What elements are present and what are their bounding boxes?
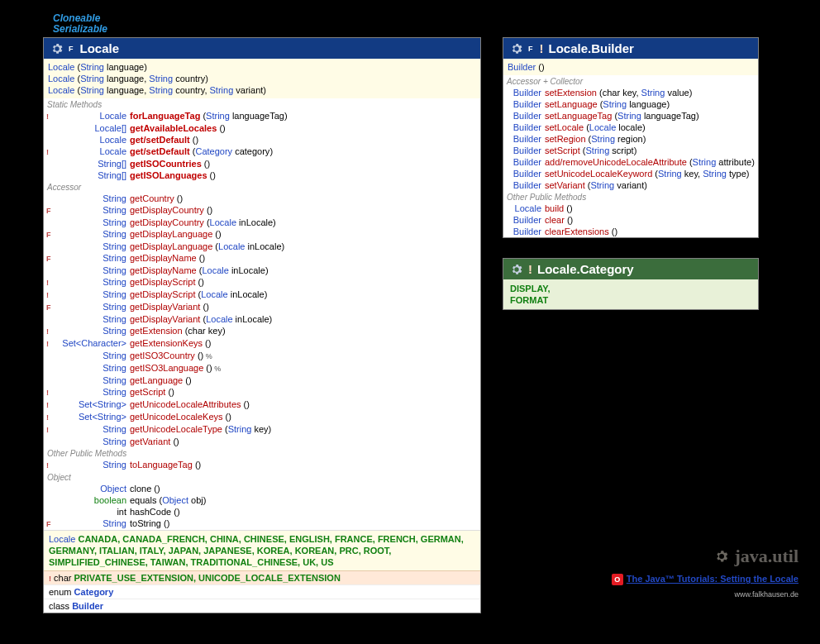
static-methods-title: Static Methods [44, 98, 480, 110]
method-row: Builder setRegion (String region) [503, 133, 758, 145]
builder-class-box: F ! Locale.Builder Builder () Accessor +… [503, 37, 759, 238]
tutorial-link[interactable]: OThe Java™ Tutorials: Setting the Locale [534, 574, 799, 585]
method-row: String getDisplayVariant (Locale inLocal… [44, 313, 480, 325]
builder-header: F ! Locale.Builder [503, 38, 758, 59]
method-row: F String getDisplayVariant () [44, 301, 480, 313]
other-methods-title: Other Public Methods [44, 447, 480, 459]
method-row: Locale build () [503, 203, 758, 214]
method-row: Builder setLanguageTag (String languageT… [503, 110, 758, 122]
method-row: ! String getDisplayScript () [44, 276, 480, 289]
method-row: ! Set<String> getUnicodeLocaleAttributes… [44, 398, 480, 411]
method-row: Builder setExtension (char key, String v… [503, 87, 758, 98]
method-row: String getISO3Language () % [44, 362, 480, 374]
method-row: Builder setUnicodeLocaleKeyword (String … [503, 168, 758, 179]
nested-type: class Builder [44, 599, 480, 613]
object-title: Object [44, 471, 480, 483]
locale-constants-chars: ! char PRIVATE_USE_EXTENSION, UNICODE_LO… [44, 570, 480, 584]
gear-icon [510, 263, 523, 276]
locale-constants: Locale CANADA, CANADA_FRENCH, CHINA, CHI… [44, 530, 480, 570]
builder-other-title: Other Public Methods [503, 191, 758, 203]
copyright: www.falkhausen.de [534, 590, 799, 599]
method-row: Locale[] getAvailableLocales () [44, 122, 480, 134]
constructor-line: Locale (String language) [48, 61, 476, 73]
method-row: Builder clear () [503, 214, 758, 226]
method-row: ! String getDisplayScript (Locale inLoca… [44, 289, 480, 301]
method-row: Builder setLanguage (String language) [503, 98, 758, 110]
method-row: String getDisplayLanguage (Locale inLoca… [44, 241, 480, 252]
method-row: String getVariant () [44, 436, 480, 447]
method-row: ! Set<String> getUnicodeLocaleKeys () [44, 411, 480, 423]
constructor-line: Locale (String language, String country) [48, 73, 476, 84]
method-row: F String getDisplayName () [44, 252, 480, 265]
package-title: java.util [534, 546, 799, 567]
method-row: Object clone () [44, 483, 480, 494]
category-values: DISPLAY,FORMAT [503, 279, 758, 309]
method-row: String getDisplayName (Locale inLocale) [44, 265, 480, 276]
method-row: F String getDisplayLanguage () [44, 228, 480, 241]
method-row: Builder clearExtensions () [503, 226, 758, 237]
method-row: ! String getScript () [44, 386, 480, 398]
method-row: boolean equals (Object obj) [44, 494, 480, 506]
gear-icon [50, 42, 64, 55]
method-row: Builder setScript (String script) [503, 145, 758, 156]
method-row: F String toString () [44, 518, 480, 530]
locale-class-box: F Locale Locale (String language)Locale … [43, 37, 481, 613]
gear-icon [714, 549, 729, 564]
locale-header: F Locale [44, 38, 480, 59]
builder-accessor-title: Accessor + Collector [503, 75, 758, 87]
method-row: String getISO3Country () % [44, 350, 480, 362]
oracle-icon: O [612, 574, 623, 585]
builder-constructor: Builder () [503, 59, 758, 75]
locale-title: Locale [80, 41, 120, 55]
method-row: String getCountry () [44, 193, 480, 204]
method-row: String[] getISOLanguages () [44, 169, 480, 181]
method-row: Locale get/setDefault () [44, 134, 480, 145]
method-row: ! Locale forLanguageTag (String language… [44, 110, 480, 122]
nested-type: enum Category [44, 584, 480, 599]
builder-title: Locale.Builder [549, 41, 634, 55]
method-row: Builder setLocale (Locale locale) [503, 122, 758, 133]
method-row: F String getDisplayCountry () [44, 204, 480, 217]
method-row: int hashCode () [44, 506, 480, 518]
category-title: Locale.Category [537, 262, 634, 276]
method-row: ! Set<Character> getExtensionKeys () [44, 337, 480, 350]
method-row: ! Locale get/setDefault (Category catego… [44, 145, 480, 158]
method-row: String getLanguage () [44, 374, 480, 386]
constructor-line: Builder () [508, 61, 754, 73]
locale-constructors: Locale (String language)Locale (String l… [44, 59, 480, 98]
method-row: String[] getISOCountries () [44, 158, 480, 169]
method-row: ! String getExtension (char key) [44, 325, 480, 337]
method-row: ! String toLanguageTag () [44, 459, 480, 471]
gear-icon [510, 42, 523, 55]
accessor-title: Accessor [44, 181, 480, 193]
implements-list: Cloneable Serializable [53, 13, 787, 35]
constructor-line: Locale (String language, String country,… [48, 84, 476, 96]
method-row: ! String getUnicodeLocaleType (String ke… [44, 423, 480, 436]
category-enum-box: ! Locale.Category DISPLAY,FORMAT [503, 258, 759, 310]
method-row: Builder add/removeUnicodeLocaleAttribute… [503, 156, 758, 168]
method-row: String getDisplayCountry (Locale inLocal… [44, 217, 480, 228]
method-row: Builder setVariant (String variant) [503, 179, 758, 191]
category-header: ! Locale.Category [503, 259, 758, 279]
